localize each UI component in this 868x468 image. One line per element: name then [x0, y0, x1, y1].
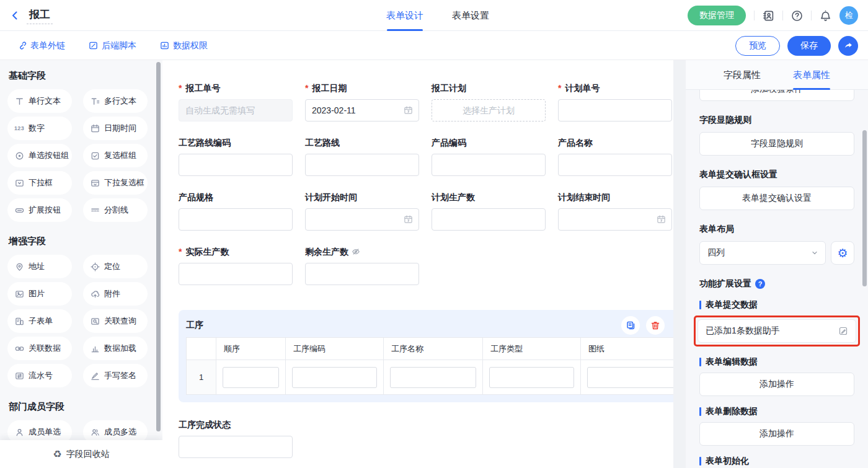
panel-scrollbar[interactable]: [862, 130, 867, 286]
report-plan-picker[interactable]: [432, 99, 546, 121]
cell-process-name-input[interactable]: [390, 367, 476, 388]
field-rules-button[interactable]: 字段显隐规则: [699, 132, 854, 156]
field-product-name[interactable]: 产品名称: [558, 136, 672, 176]
copy-icon: [626, 320, 636, 330]
field-item-extend-button[interactable]: 扩展按钮: [7, 198, 72, 222]
field-item-signature[interactable]: 手写签名: [83, 364, 148, 387]
user-avatar[interactable]: 检: [839, 6, 858, 25]
field-report-no[interactable]: 报工单号: [179, 82, 293, 121]
field-item-image[interactable]: 图片: [7, 282, 72, 306]
field-item-single-text[interactable]: 单行文本: [7, 89, 72, 113]
field-item-serial-number[interactable]: 流水号: [7, 364, 72, 387]
report-no-input[interactable]: [179, 99, 293, 121]
field-item-number[interactable]: 123 数字: [7, 117, 72, 140]
field-item-data-load[interactable]: 数据加载: [83, 337, 148, 360]
field-item-dropdown[interactable]: 下拉框: [7, 171, 72, 195]
field-item-multi-text[interactable]: 多行文本: [83, 89, 148, 113]
submit-confirm-button[interactable]: 表单提交确认设置: [699, 187, 854, 210]
field-report-plan[interactable]: 报工计划: [432, 82, 546, 121]
product-spec-input[interactable]: [179, 208, 293, 231]
share-button[interactable]: [838, 36, 858, 56]
address-book-icon[interactable]: [763, 10, 774, 22]
delete-button[interactable]: [646, 316, 665, 335]
edit-icon[interactable]: [838, 326, 848, 336]
tab-form-design[interactable]: 表单设计: [386, 0, 423, 31]
cell-process-type-input[interactable]: [489, 367, 574, 388]
backend-script-item[interactable]: 后端脚本: [89, 40, 136, 51]
cell-process-code-input[interactable]: [292, 367, 377, 388]
field-item-label: 附件: [104, 288, 120, 299]
page-title[interactable]: 报工: [27, 7, 53, 24]
field-item-multi-dropdown[interactable]: 下拉复选框: [83, 171, 148, 195]
sidebar-scrollbar[interactable]: [156, 62, 161, 431]
tab-form-settings[interactable]: 表单设置: [452, 0, 489, 31]
enhanced-fields-grid: 地址 定位 图片 附件 子表单: [7, 255, 155, 387]
field-recycle-bin[interactable]: ♻ 字段回收站: [0, 440, 162, 468]
field-actual-qty[interactable]: 实际生产数: [179, 245, 293, 285]
field-item-relation-query[interactable]: 关联查询: [83, 309, 148, 333]
field-plan-end-time[interactable]: 计划结束时间: [558, 191, 672, 231]
col-header-order[interactable]: 顺序: [216, 338, 286, 360]
field-product-spec[interactable]: 产品规格: [179, 191, 293, 231]
report-date-input[interactable]: [305, 99, 419, 121]
field-item-datetime[interactable]: 日期时间: [83, 117, 148, 140]
col-header-process-name[interactable]: 工序名称: [384, 338, 483, 360]
field-item-locate[interactable]: 定位: [83, 255, 148, 278]
field-item-checkbox-group[interactable]: 复选框组: [83, 144, 148, 167]
data-permission-item[interactable]: 数据权限: [160, 40, 208, 51]
field-plan-start-time[interactable]: 计划开始时间: [305, 191, 419, 231]
layout-select-value: 四列: [707, 247, 725, 258]
plan-qty-input[interactable]: [432, 208, 546, 231]
plan-end-input[interactable]: [558, 208, 672, 231]
field-route[interactable]: 工艺路线: [305, 136, 419, 176]
edit-data-add-button[interactable]: 添加操作: [699, 373, 854, 396]
field-plan-qty[interactable]: 计划生产数: [432, 191, 546, 231]
eye-off-icon: [352, 247, 360, 256]
add-validation-button[interactable]: 添加校验条件: [699, 90, 854, 101]
plan-no-input[interactable]: [558, 99, 672, 121]
field-item-divider-line[interactable]: 分割线: [83, 198, 148, 222]
subform-process[interactable]: 工序 顺序 工序编码 工序名称: [179, 310, 673, 402]
field-label: 产品名称: [558, 136, 672, 149]
field-item-address[interactable]: 地址: [7, 255, 72, 278]
field-item-radio-group[interactable]: 单选按钮组: [7, 144, 72, 167]
cell-drawing-input[interactable]: [587, 367, 673, 388]
submit-data-button[interactable]: 已添加1条数据助手: [698, 319, 856, 343]
form-layout-title: 表单布局: [699, 224, 854, 235]
route-code-input[interactable]: [179, 154, 293, 176]
external-link-item[interactable]: 表单外链: [17, 40, 65, 51]
preview-button[interactable]: 预览: [735, 36, 780, 56]
plan-start-input[interactable]: [305, 208, 419, 231]
field-product-code[interactable]: 产品编码: [432, 136, 546, 176]
process-status-input[interactable]: [179, 436, 293, 458]
remaining-qty-input[interactable]: [305, 263, 419, 285]
cell-order-input[interactable]: [223, 367, 279, 388]
question-icon[interactable]: ?: [755, 279, 765, 289]
back-icon[interactable]: [10, 11, 20, 20]
field-item-relation-data[interactable]: 关联数据: [7, 337, 72, 360]
copy-button[interactable]: [621, 316, 640, 335]
save-button[interactable]: 保存: [787, 36, 831, 56]
field-item-subform[interactable]: 子表单: [7, 309, 72, 333]
field-route-code[interactable]: 工艺路线编码: [179, 136, 293, 176]
tab-form-properties[interactable]: 表单属性: [793, 60, 830, 90]
field-plan-no[interactable]: 计划单号: [558, 82, 672, 121]
delete-data-add-button[interactable]: 添加操作: [699, 422, 854, 446]
layout-settings-button[interactable]: ⚙: [831, 241, 854, 265]
layout-select[interactable]: 四列: [699, 241, 826, 265]
field-process-status[interactable]: 工序完成状态: [179, 418, 293, 458]
field-report-date[interactable]: 报工日期: [305, 82, 419, 121]
product-code-input[interactable]: [432, 154, 546, 176]
notification-bell-icon[interactable]: [820, 10, 831, 22]
actual-qty-input[interactable]: [179, 263, 293, 285]
field-remaining-qty[interactable]: 剩余生产数: [305, 245, 419, 285]
col-header-process-type[interactable]: 工序类型: [483, 338, 581, 360]
help-icon[interactable]: [791, 10, 803, 22]
product-name-input[interactable]: [558, 154, 672, 176]
tab-field-properties[interactable]: 字段属性: [724, 60, 761, 90]
field-item-attachment[interactable]: 附件: [83, 282, 148, 306]
col-header-drawing[interactable]: 图纸: [581, 338, 674, 360]
col-header-process-code[interactable]: 工序编码: [286, 338, 384, 360]
data-manage-button[interactable]: 数据管理: [688, 6, 746, 25]
route-input[interactable]: [305, 154, 419, 176]
